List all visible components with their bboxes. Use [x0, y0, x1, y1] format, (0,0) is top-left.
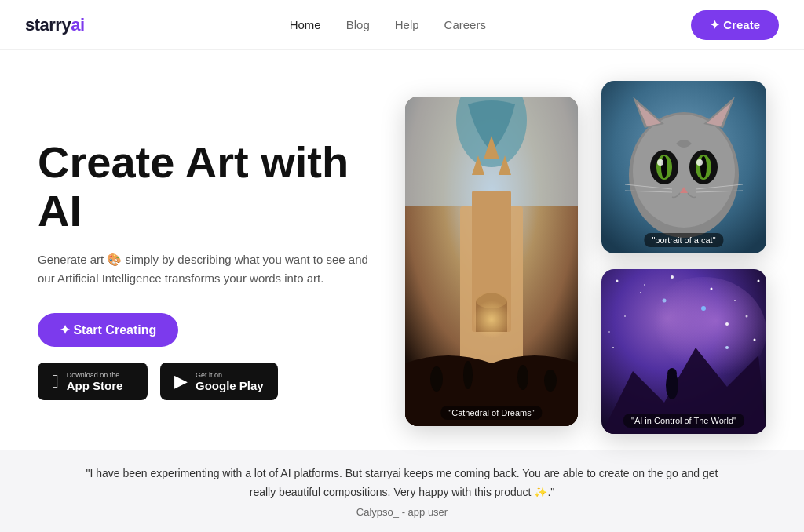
- galaxy-label: "AI in Control of The World": [623, 414, 744, 428]
- svg-point-49: [725, 346, 729, 349]
- svg-point-42: [758, 280, 760, 282]
- create-button[interactable]: ✦ Create: [691, 10, 779, 40]
- svg-point-27: [700, 156, 707, 178]
- svg-point-13: [517, 365, 528, 390]
- nav-link-help[interactable]: Help: [395, 18, 419, 31]
- nav-link-home[interactable]: Home: [290, 18, 321, 31]
- logo[interactable]: starryai: [25, 15, 85, 35]
- svg-point-43: [624, 315, 626, 317]
- svg-point-26: [661, 156, 667, 178]
- cathedral-label: "Cathedral of Dreams": [440, 406, 542, 420]
- google-play-small-text: Get it on: [196, 371, 264, 379]
- app-store-button[interactable]:  Download on the App Store: [38, 363, 148, 400]
- hero-art-gallery: "Cathedral of Dreams": [405, 81, 766, 457]
- testimonial-section: "I have been experimenting with a lot of…: [0, 450, 804, 532]
- testimonial-quote: "I have been experimenting with a lot of…: [79, 465, 725, 502]
- svg-point-29: [696, 159, 703, 166]
- logo-text-ai: ai: [71, 15, 84, 35]
- svg-point-17: [633, 115, 735, 228]
- hero-left: Create Art with AI Generate art 🎨 simply…: [38, 138, 383, 400]
- svg-point-48: [663, 299, 667, 303]
- google-play-icon: ▶: [174, 371, 188, 392]
- start-creating-button[interactable]: ✦ Start Creating: [38, 313, 178, 347]
- svg-point-12: [463, 361, 473, 389]
- navbar: starryai Home Blog Help Careers ✦ Create: [0, 0, 804, 50]
- svg-point-44: [725, 322, 729, 326]
- app-store-large-text: App Store: [67, 379, 123, 392]
- apple-icon: : [52, 370, 59, 392]
- google-play-button[interactable]: ▶ Get it on Google Play: [160, 363, 278, 400]
- svg-point-28: [657, 159, 663, 166]
- art-card-cathedral: "Cathedral of Dreams": [405, 97, 578, 426]
- svg-point-55: [644, 284, 645, 286]
- logo-text-starry: starry: [25, 15, 71, 35]
- hero-subtitle: Generate art 🎨 simply by describing what…: [38, 250, 383, 288]
- hero-title: Create Art with AI: [38, 138, 383, 235]
- svg-point-11: [430, 366, 443, 392]
- nav-links: Home Blog Help Careers: [290, 18, 486, 31]
- art-card-cat: "portrait of a cat": [601, 81, 766, 253]
- svg-point-9: [460, 285, 523, 348]
- art-card-galaxy: "AI in Control of The World": [601, 269, 766, 434]
- nav-link-blog[interactable]: Blog: [346, 18, 370, 31]
- nav-link-careers[interactable]: Careers: [444, 18, 486, 31]
- hero-section: Create Art with AI Generate art 🎨 simply…: [0, 50, 804, 450]
- svg-point-46: [754, 339, 756, 341]
- store-buttons:  Download on the App Store ▶ Get it on …: [38, 363, 383, 400]
- svg-point-40: [711, 288, 713, 290]
- svg-point-52: [667, 368, 677, 379]
- svg-point-47: [701, 306, 706, 311]
- google-play-large-text: Google Play: [196, 379, 264, 392]
- svg-point-14: [544, 370, 557, 392]
- cat-label: "portrait of a cat": [644, 233, 723, 247]
- testimonial-author: Calypso_ - app user: [79, 506, 725, 518]
- app-store-small-text: Download on the: [67, 371, 123, 379]
- svg-point-45: [612, 347, 614, 348]
- svg-point-53: [608, 331, 610, 333]
- svg-point-37: [616, 280, 619, 282]
- google-play-text: Get it on Google Play: [196, 371, 264, 392]
- svg-point-54: [746, 315, 748, 318]
- svg-point-39: [671, 275, 674, 279]
- app-store-text: Download on the App Store: [67, 371, 123, 392]
- svg-point-38: [640, 292, 641, 293]
- svg-point-41: [734, 300, 736, 301]
